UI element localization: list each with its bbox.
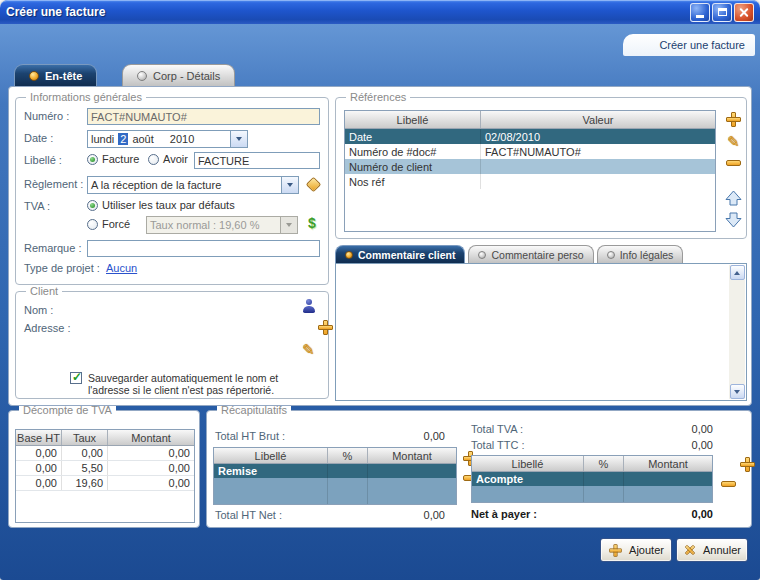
dropdown-arrow-icon[interactable]	[281, 177, 298, 193]
tab-bullet-icon	[478, 251, 486, 259]
base-ht-cell: 0,00	[16, 476, 62, 490]
radio-tva-force[interactable]: Forcé	[87, 218, 130, 230]
column-header[interactable]: Taux	[62, 430, 108, 445]
tab-label: Commentaire client	[358, 249, 455, 261]
comment-tabs: Commentaire client Commentaire perso Inf…	[335, 245, 683, 263]
client-add-icon[interactable]	[318, 320, 333, 335]
reference-row[interactable]: Numéro de #doc# FACT#NUMAUTO#	[345, 144, 715, 159]
remise-row[interactable]: Remise	[214, 464, 456, 478]
dollar-icon[interactable]	[308, 215, 316, 231]
total-ht-net-label: Total HT Net :	[215, 509, 282, 521]
column-header[interactable]: Montant	[368, 448, 456, 463]
tab-label: Corp - Détails	[153, 70, 220, 82]
date-month: août	[132, 133, 153, 145]
tva-row[interactable]: 0,00 5,50 0,00	[16, 461, 194, 476]
acompte-add-icon[interactable]	[740, 457, 755, 472]
scroll-up-icon[interactable]	[730, 265, 745, 280]
tva-breakdown-panel: Décompte de TVA Base HT Taux Montant 0,0…	[8, 410, 200, 528]
total-ht-net-value: 0,00	[357, 509, 445, 521]
client-person-icon[interactable]	[302, 299, 315, 313]
numero-label: Numéro :	[24, 110, 69, 122]
tab-commentaire-perso[interactable]: Commentaire perso	[468, 245, 593, 263]
projet-link[interactable]: Aucun	[106, 262, 137, 274]
tva-table: Base HT Taux Montant 0,00 0,00 0,00 0,00…	[15, 429, 195, 523]
net-a-payer-value: 0,00	[625, 508, 713, 520]
column-header[interactable]: Valeur	[481, 111, 715, 128]
tab-commentaire-client[interactable]: Commentaire client	[335, 245, 465, 263]
tva-row[interactable]: 0,00 19,60 0,00	[16, 476, 194, 491]
column-header[interactable]: Montant	[108, 430, 194, 445]
tab-bullet-icon	[607, 251, 615, 259]
taux-cell: 0,00	[62, 446, 108, 460]
reference-row[interactable]: Date 02/08/2010	[345, 129, 715, 144]
reference-edit-icon[interactable]	[727, 134, 743, 150]
tab-bullet-icon	[29, 71, 39, 81]
reglement-select[interactable]: A la réception de la facture	[87, 176, 299, 194]
payment-gold-icon[interactable]	[306, 177, 322, 193]
reference-row[interactable]: Nos réf	[345, 174, 715, 189]
tab-entete[interactable]: En-tête	[14, 64, 97, 86]
column-header[interactable]: Libellé	[214, 448, 328, 463]
acompte-row[interactable]: Acompte	[472, 472, 712, 486]
radio-label: Facture	[102, 153, 139, 165]
dropdown-arrow-icon[interactable]	[230, 131, 247, 147]
montant-cell: 0,00	[108, 461, 194, 475]
reference-remove-icon[interactable]	[726, 160, 741, 166]
remise-table: Libellé % Montant Remise	[213, 447, 457, 505]
tab-corp-details[interactable]: Corp - Détails	[122, 64, 235, 86]
move-up-icon[interactable]	[725, 190, 742, 206]
annuler-button[interactable]: Annuler	[676, 538, 748, 562]
column-header[interactable]: %	[328, 448, 368, 463]
tva-row[interactable]: 0,00 0,00 0,00	[16, 446, 194, 461]
libelle-label: Libellé :	[24, 154, 62, 166]
taux-cell: 19,60	[62, 476, 108, 490]
scrollbar[interactable]	[729, 265, 745, 399]
tva-label: TVA :	[24, 200, 50, 212]
column-header[interactable]: Base HT	[16, 430, 62, 445]
maximize-button[interactable]	[712, 3, 732, 22]
tab-info-legales[interactable]: Info légales	[597, 245, 684, 263]
tab-label: Commentaire perso	[491, 249, 583, 261]
client-adresse-label: Adresse :	[24, 322, 70, 334]
acompte-remove-icon[interactable]	[721, 481, 736, 487]
ref-libelle-cell: Date	[345, 129, 481, 144]
radio-icon	[148, 154, 159, 165]
libelle-field[interactable]: FACTURE	[194, 152, 320, 169]
column-header[interactable]: Libellé	[345, 111, 481, 128]
total-ttc-value: 0,00	[625, 439, 713, 451]
numero-field[interactable]: FACT#NUMAUTO#	[87, 108, 320, 125]
empty-cell	[472, 486, 584, 502]
column-header[interactable]: %	[584, 456, 624, 471]
radio-tva-default[interactable]: Utiliser les taux par défauts	[87, 199, 235, 211]
minimize-button[interactable]	[690, 3, 710, 22]
date-year: 2010	[170, 133, 194, 145]
reglement-label: Règlement :	[24, 178, 83, 190]
close-button[interactable]	[734, 3, 754, 22]
column-header[interactable]: Montant	[624, 456, 712, 471]
ajouter-button[interactable]: Ajouter	[600, 538, 672, 562]
column-header[interactable]: Libellé	[472, 456, 584, 471]
empty-cell	[584, 486, 624, 502]
radio-label: Forcé	[102, 218, 130, 230]
references-table: Libellé Valeur Date 02/08/2010 Numéro de…	[344, 110, 716, 232]
save-client-checkbox[interactable]: Sauvegarder automatiquement le nom et l'…	[70, 372, 322, 396]
table-empty-area	[214, 478, 456, 504]
total-ttc-label: Total TTC :	[471, 439, 525, 451]
title-bar[interactable]: Créer une facture	[0, 0, 760, 24]
reference-add-icon[interactable]	[726, 112, 741, 127]
scroll-down-icon[interactable]	[730, 384, 745, 399]
remarque-field[interactable]	[87, 240, 320, 257]
date-picker[interactable]: lundi 2 août 2010	[87, 130, 248, 148]
empty-cell	[624, 486, 712, 502]
comment-textarea[interactable]	[335, 263, 747, 401]
client-edit-icon[interactable]	[302, 342, 318, 358]
montant-cell: 0,00	[108, 446, 194, 460]
radio-avoir[interactable]: Avoir	[148, 153, 188, 165]
radio-icon	[87, 219, 98, 230]
move-down-icon[interactable]	[725, 212, 742, 228]
ref-valeur-cell	[481, 159, 715, 174]
ref-libelle-cell: Nos réf	[345, 174, 481, 189]
libelle-value: FACTURE	[198, 155, 249, 167]
reference-row[interactable]: Numéro de client	[345, 159, 715, 174]
radio-facture[interactable]: Facture	[87, 153, 139, 165]
